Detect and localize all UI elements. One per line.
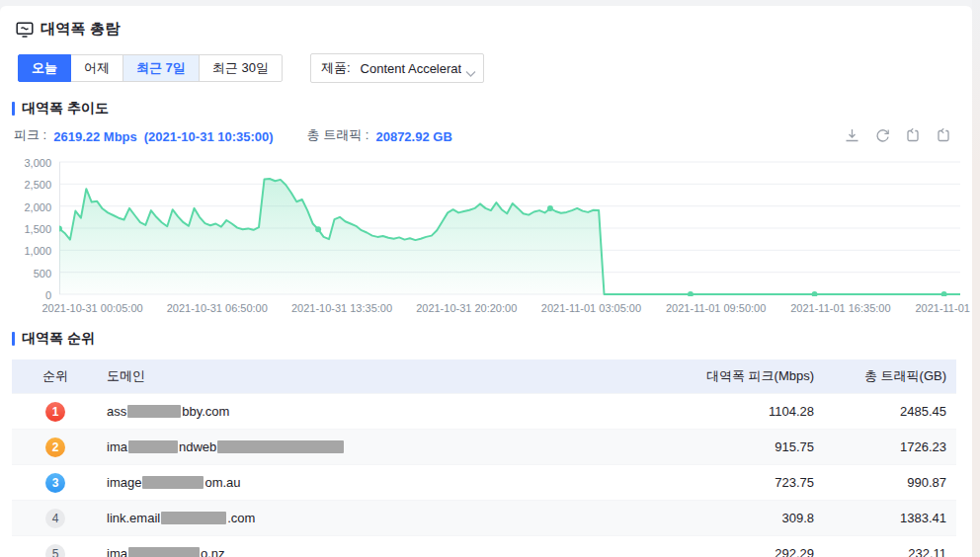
redaction-block	[217, 440, 344, 453]
restore-box-icon[interactable]	[936, 127, 952, 144]
domain-text: ass	[107, 404, 126, 419]
domain-text: .com	[227, 511, 255, 525]
zoom-box-icon[interactable]	[905, 127, 922, 144]
peak-cell: 292.29	[618, 546, 816, 557]
rank-badge: 1	[45, 402, 65, 422]
table-row: 4link.email.com309.81383.41	[12, 500, 956, 535]
peak-cell: 723.75	[618, 475, 816, 490]
y-tick-label: 2,000	[24, 201, 51, 213]
product-select[interactable]: 제품: Content Acceleration	[310, 53, 484, 83]
col-rank: 순위	[12, 367, 99, 385]
scrollbar-track[interactable]	[972, 0, 980, 557]
tab-today[interactable]: 오늘	[18, 54, 71, 82]
rank-badge: 4	[45, 509, 65, 528]
ranking-section-title: 대역폭 순위	[22, 330, 95, 348]
col-domain: 도메인	[99, 367, 618, 385]
x-tick-label: 2021-10-31 06:50:00	[167, 302, 268, 314]
x-tick-label: 2021-10-31 00:05:00	[41, 302, 142, 314]
traffic-cell: 1383.41	[816, 511, 956, 525]
x-tick-label: 2021-11-01 16:35:00	[790, 302, 890, 314]
chart-x-axis: 2021-10-31 00:05:002021-10-31 06:50:0020…	[59, 299, 960, 316]
ranking-table-header: 순위 도메인 대역폭 피크(Mbps) 총 트래픽(GB)	[12, 359, 956, 393]
overview-card: 대역폭 총람 오늘 어제 최근 7일 최근 30일 제품: Content Ac…	[0, 6, 972, 557]
date-range-tabs: 오늘 어제 최근 7일 최근 30일	[18, 54, 283, 82]
table-row: 1assbby.com1104.282485.45	[12, 393, 956, 429]
page-title: 대역폭 총람	[41, 20, 120, 39]
traffic-cell: 990.87	[816, 475, 956, 490]
redaction-block	[127, 405, 181, 418]
trend-stats-row: 피크 : 2619.22 Mbps (2021-10-31 10:35:00) …	[12, 126, 956, 144]
peak-cell: 1104.28	[618, 404, 816, 419]
x-tick-label: 2021-10-31 13:35:00	[291, 302, 392, 314]
chart-toolbox	[844, 127, 956, 144]
domain-text: o.nz	[201, 546, 225, 557]
series-marker	[547, 205, 553, 211]
rank-badge: 3	[45, 473, 65, 493]
tab-last-7-days[interactable]: 최근 7일	[122, 54, 200, 82]
redaction-block	[161, 512, 226, 524]
ranking-table: 순위 도메인 대역폭 피크(Mbps) 총 트래픽(GB) 1assbby.co…	[12, 359, 956, 557]
refresh-icon[interactable]	[874, 127, 891, 144]
chevron-down-icon	[465, 64, 476, 82]
product-select-label: 제품:	[321, 59, 351, 77]
page-header: 대역폭 총람	[12, 20, 956, 39]
series-marker	[315, 226, 321, 232]
domain-text: link.email	[107, 511, 160, 525]
redaction-block	[128, 547, 200, 557]
domain-text: om.au	[204, 475, 240, 490]
chart-y-axis: 05001,0001,5002,0002,5003,000	[12, 160, 59, 296]
trend-chart-svg	[59, 160, 960, 296]
ranking-section-header: 대역폭 순위	[12, 330, 956, 348]
monitor-wave-icon	[16, 22, 34, 38]
y-tick-label: 3,000	[24, 157, 51, 169]
domain-cell: assbby.com	[99, 404, 618, 419]
domain-cell: imao.nz	[99, 546, 618, 557]
series-marker	[812, 291, 818, 296]
traffic-cell: 1726.23	[816, 439, 956, 454]
table-row: 3imageom.au723.75990.87	[12, 464, 956, 500]
traffic-cell: 2485.45	[816, 404, 956, 419]
traffic-value: 20872.92 GB	[375, 129, 451, 144]
traffic-cell: 232.11	[816, 546, 956, 557]
y-tick-label: 1,000	[24, 245, 51, 257]
section-accent-bar	[12, 102, 15, 116]
domain-text: ima	[107, 439, 127, 454]
peak-value: 2619.22 Mbps	[53, 129, 137, 144]
y-tick-label: 1,500	[24, 223, 51, 235]
domain-cell: link.email.com	[99, 511, 618, 525]
domain-text: ima	[107, 546, 127, 557]
section-accent-bar	[12, 332, 15, 346]
rank-badge: 2	[45, 438, 65, 457]
product-select-value: Content Acceleration	[361, 61, 461, 76]
redaction-block	[128, 440, 178, 453]
filter-bar: 오늘 어제 최근 7일 최근 30일 제품: Content Accelerat…	[12, 53, 956, 83]
peak-cell: 915.75	[618, 439, 816, 454]
x-tick-label: 2021-11-01 03:05:00	[541, 302, 641, 314]
tab-last-30-days[interactable]: 최근 30일	[199, 54, 283, 82]
table-row: 2imandweb915.751726.23	[12, 429, 956, 464]
series-marker	[941, 291, 947, 296]
col-peak: 대역폭 피크(Mbps)	[618, 367, 816, 385]
y-tick-label: 0	[45, 289, 51, 301]
series-area-fill	[59, 179, 960, 294]
domain-cell: imandweb	[99, 439, 618, 454]
tab-yesterday[interactable]: 어제	[70, 54, 123, 82]
rank-badge: 5	[45, 544, 65, 557]
x-tick-label: 2021-11-01 09:50:00	[666, 302, 766, 314]
chart-plot-area	[59, 160, 960, 296]
domain-cell: imageom.au	[99, 475, 618, 490]
peak-cell: 309.8	[618, 511, 816, 525]
download-icon[interactable]	[844, 127, 860, 144]
redaction-block	[142, 476, 204, 489]
domain-text: image	[107, 475, 141, 490]
trend-section-title: 대역폭 추이도	[22, 100, 109, 118]
bandwidth-trend-chart: 05001,0001,5002,0002,5003,000 2021-10-31…	[12, 160, 960, 316]
y-tick-label: 500	[34, 268, 51, 279]
domain-text: bby.com	[182, 404, 229, 419]
x-tick-label: 2021-11-01 23:20:00	[915, 302, 972, 314]
ranking-table-body: 1assbby.com1104.282485.452imandweb915.75…	[12, 393, 956, 557]
table-row: 5imao.nz292.29232.11	[12, 535, 956, 557]
domain-text: ndweb	[179, 439, 216, 454]
peak-time: (2021-10-31 10:35:00)	[144, 129, 274, 144]
page-root: { "colors": { "accent": "#3370ff", "char…	[0, 0, 980, 557]
